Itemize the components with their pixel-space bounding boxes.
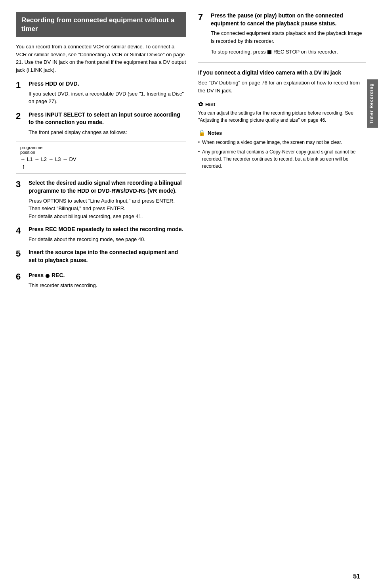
- note-item-1: When recording a video game image, the s…: [198, 139, 366, 146]
- flow-l2: L2: [41, 156, 46, 162]
- arrow-up-icon: ↑: [22, 163, 25, 170]
- dv-jack-title: If you connect a digital video camera wi…: [198, 69, 366, 77]
- step-6: 6 Press REC. This recorder starts record…: [16, 272, 186, 289]
- hint-icon: ✿: [198, 101, 203, 108]
- notes-icon: 🔒: [198, 129, 206, 136]
- intro-text: You can record from a connected VCR or s…: [16, 43, 186, 74]
- step-7-content: Press the pause (or play) button on the …: [211, 12, 366, 56]
- step-4-body: For details about the recording mode, se…: [29, 236, 186, 243]
- step-6-content: Press REC. This recorder starts recordin…: [29, 272, 186, 289]
- notes-section: 🔒 Notes When recording a video game imag…: [198, 129, 366, 170]
- right-column: 7 Press the pause (or play) button on th…: [198, 12, 366, 576]
- step-3-number: 3: [16, 179, 29, 189]
- step-7: 7 Press the pause (or play) button on th…: [198, 12, 366, 56]
- step-2-body: The front panel display changes as follo…: [29, 128, 186, 136]
- page-number: 51: [353, 573, 360, 580]
- step-5: 5 Insert the source tape into the connec…: [16, 249, 186, 266]
- step-3: 3 Select the desired audio signal when r…: [16, 179, 186, 220]
- step-5-title: Insert the source tape into the connecte…: [29, 249, 186, 264]
- step-1-number: 1: [16, 80, 29, 90]
- step-5-content: Insert the source tape into the connecte…: [29, 249, 186, 266]
- page: Recording from connected equipment witho…: [0, 0, 378, 588]
- step-7-body-1: The connected equipment starts playback …: [211, 29, 366, 56]
- note-item-2: Any programme that contains a Copy-Never…: [198, 148, 366, 170]
- dv-jack-section: If you connect a digital video camera wi…: [198, 69, 366, 95]
- step-1: 1 Press HDD or DVD. If you select DVD, i…: [16, 80, 186, 105]
- step-3-title: Select the desired audio signal when rec…: [29, 179, 186, 195]
- main-content: Recording from connected equipment witho…: [0, 0, 378, 588]
- section-header: Recording from connected equipment witho…: [16, 12, 186, 37]
- step-4: 4 Press REC MODE repeatedly to select th…: [16, 226, 186, 243]
- diagram-label: programme position: [20, 145, 182, 155]
- flow-l3: L3: [55, 156, 61, 162]
- flow-l1: L1: [27, 156, 32, 162]
- notes-list: When recording a video game image, the s…: [198, 139, 366, 170]
- diagram-flow: → L1 → L2 → L3 → DV ↑: [20, 156, 76, 170]
- flow-dv: DV: [69, 156, 76, 162]
- step-6-title: Press REC.: [29, 272, 186, 280]
- step-1-content: Press HDD or DVD. If you select DVD, ins…: [29, 80, 186, 105]
- step-4-content: Press REC MODE repeatedly to select the …: [29, 226, 186, 243]
- step-2: 2 Press INPUT SELECT to select an input …: [16, 111, 186, 136]
- hint-section: ✿ Hint You can adjust the settings for t…: [198, 101, 366, 124]
- side-tab: Timer Recording: [367, 79, 378, 128]
- step-2-content: Press INPUT SELECT to select an input so…: [29, 111, 186, 136]
- step-5-number: 5: [16, 249, 29, 259]
- step-1-body: If you select DVD, insert a recordable D…: [29, 90, 186, 105]
- dv-jack-body: See "DV Dubbing" on page 76 for an expla…: [198, 79, 366, 94]
- step-7-title: Press the pause (or play) button on the …: [211, 12, 366, 27]
- diagram-box: programme position → L1 → L2 → L3 →: [16, 142, 186, 174]
- hint-title: ✿ Hint: [198, 101, 366, 108]
- step-2-number: 2: [16, 111, 29, 121]
- step-1-title: Press HDD or DVD.: [29, 80, 186, 88]
- step-4-title: Press REC MODE repeatedly to select the …: [29, 226, 186, 234]
- section-title: Recording from connected equipment witho…: [21, 16, 181, 33]
- step-6-body: This recorder starts recording.: [29, 282, 186, 289]
- divider-1: [198, 62, 366, 63]
- step-6-number: 6: [16, 272, 29, 282]
- step-3-body: Press OPTIONS to select "Line Audio Inpu…: [29, 197, 186, 220]
- hint-body: You can adjust the settings for the reco…: [198, 109, 366, 124]
- notes-title: 🔒 Notes: [198, 129, 366, 136]
- step-4-number: 4: [16, 226, 29, 236]
- step-7-number: 7: [198, 12, 211, 22]
- left-column: Recording from connected equipment witho…: [16, 12, 186, 576]
- step-2-title: Press INPUT SELECT to select an input so…: [29, 111, 186, 126]
- step-7-body-2: To stop recording, press REC STOP on thi…: [211, 48, 366, 56]
- step-3-content: Select the desired audio signal when rec…: [29, 179, 186, 220]
